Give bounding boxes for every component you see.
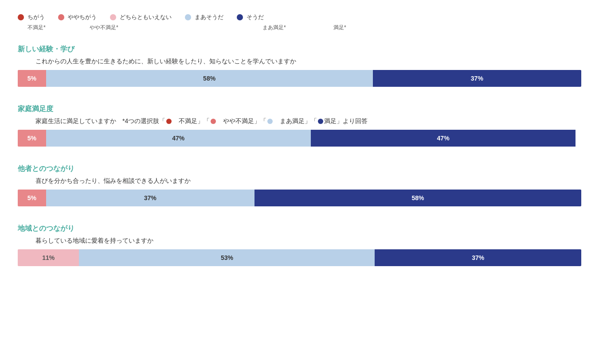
bar-family: 5% 47% 47% xyxy=(18,130,581,147)
section-family-satisfaction: 家庭満足度 家庭生活に満足していますか *4つの選択肢「 不満足」「 やや不満足… xyxy=(18,105,581,147)
souda-label: そうだ xyxy=(247,13,264,21)
sublabel-maa-manzoku: まあ満足* xyxy=(262,24,320,31)
section-connection-others: 他者とのつながり 喜びを分かち合ったり、悩みを相談できる人がいますか 5% 37… xyxy=(18,164,581,206)
bar-segment-darkblue-2: 47% xyxy=(311,130,576,147)
section-new-experience: 新しい経験・学び これからの人生を豊かに生きるために、新しい経験をしたり、知らな… xyxy=(18,45,581,87)
bar-segment-lightpink-4: 11% xyxy=(18,249,79,266)
inline-dot-somewhat xyxy=(267,119,273,124)
legend-item-maa-souda: まあそうだ xyxy=(185,13,223,21)
bar-segment-pink-2: 5% xyxy=(18,130,46,147)
section-description-family: 家庭生活に満足していますか *4つの選択肢「 不満足」「 やや不満足」「 まあ満… xyxy=(18,117,581,125)
legend-item-yaya-chigau: ややちがう xyxy=(58,13,97,21)
section-title-community: 地域とのつながり xyxy=(18,224,581,233)
bar-new-experience: 5% 58% 37% xyxy=(18,70,581,87)
bar-segment-lightblue-1: 58% xyxy=(46,70,373,87)
legend-item-docchira: どちらともいえない xyxy=(110,13,172,21)
inline-dot-satisfied xyxy=(318,119,323,124)
bar-segment-darkblue-3: 58% xyxy=(254,190,581,206)
bar-segment-darkblue-1: 37% xyxy=(373,70,581,87)
inline-dot-dissatisfied xyxy=(166,119,172,124)
sublabel-empty xyxy=(161,24,249,31)
bar-segment-lightblue-2: 47% xyxy=(46,130,311,147)
yaya-chigau-dot xyxy=(58,14,64,20)
sublabel-fuman: 不満足* xyxy=(27,24,76,31)
bar-segment-lightblue-4: 53% xyxy=(79,249,375,266)
inline-dot-slightly xyxy=(211,119,216,124)
legend-row-1: ちがう ややちがう どちらともいえない まあそうだ そうだ xyxy=(18,13,581,21)
bar-segment-pink-3: 5% xyxy=(18,190,46,206)
section-connection-community: 地域とのつながり 暮らしている地域に愛着を持っていますか 11% 53% 37% xyxy=(18,224,581,266)
legend-item-chigau: ちがう xyxy=(18,13,45,21)
maa-souda-label: まあそうだ xyxy=(195,13,223,21)
legend-item-souda: そうだ xyxy=(237,13,264,21)
section-title-others: 他者とのつながり xyxy=(18,164,581,174)
yaya-chigau-label: ややちがう xyxy=(68,13,97,21)
bar-segment-pink-1: 5% xyxy=(18,70,46,87)
section-description-new-experience: これからの人生を豊かに生きるために、新しい経験をしたり、知らないことを学んでいま… xyxy=(18,58,581,66)
maa-souda-dot xyxy=(185,14,191,20)
bar-segment-darkblue-4: 37% xyxy=(375,249,581,266)
section-description-community: 暮らしている地域に愛着を持っていますか xyxy=(18,237,581,245)
docchira-label: どちらともいえない xyxy=(120,13,172,21)
chigau-label: ちがう xyxy=(27,13,45,21)
bar-community: 11% 53% 37% xyxy=(18,249,581,266)
section-title-family: 家庭満足度 xyxy=(18,105,581,114)
sublabel-manzoku: 満足* xyxy=(333,24,369,31)
bar-segment-lightblue-3: 37% xyxy=(46,190,254,206)
sublabel-yaya-fuman: やや不満足* xyxy=(90,24,147,31)
section-title-new-experience: 新しい経験・学び xyxy=(18,45,581,54)
section-description-others: 喜びを分かち合ったり、悩みを相談できる人がいますか xyxy=(18,177,581,185)
legend-sublabels: 不満足* やや不満足* まあ満足* 満足* xyxy=(18,24,581,31)
souda-dot xyxy=(237,14,243,20)
bar-others: 5% 37% 58% xyxy=(18,190,581,206)
docchira-dot xyxy=(110,14,116,20)
legend: ちがう ややちがう どちらともいえない まあそうだ そうだ 不満足* やや不満足… xyxy=(18,13,581,31)
chigau-dot xyxy=(18,14,24,20)
